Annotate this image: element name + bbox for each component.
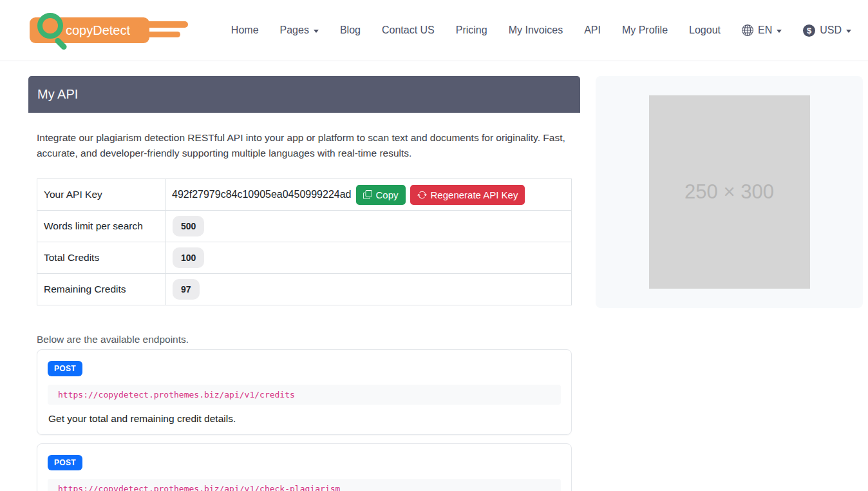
endpoint-card-credits: POST https://copydetect.prothemes.biz/ap… bbox=[37, 349, 572, 435]
total-credits-badge: 100 bbox=[173, 247, 204, 268]
table-row-remaining-credits: Remaining Credits 97 bbox=[37, 274, 572, 305]
regenerate-button-label: Regenerate API Key bbox=[431, 189, 518, 200]
post-method-badge: POST bbox=[48, 361, 82, 376]
content-inner: Integrate our plagiarism detection RESTf… bbox=[28, 130, 580, 491]
chevron-down-icon bbox=[314, 30, 319, 33]
site-header: copyDetect Home Pages Blog Contact US Pr… bbox=[0, 0, 868, 61]
copy-icon bbox=[363, 190, 372, 199]
currency-label: USD bbox=[820, 24, 842, 36]
ad-placeholder: 250 × 300 bbox=[649, 95, 810, 289]
language-label: EN bbox=[758, 24, 772, 36]
globe-icon bbox=[742, 24, 753, 36]
row-label: Remaining Credits bbox=[37, 274, 166, 305]
row-label: Total Credits bbox=[37, 242, 166, 274]
ad-sidebar: 250 × 300 bbox=[596, 76, 863, 308]
chevron-down-icon bbox=[846, 30, 851, 33]
nav-item-my-invoices[interactable]: My Invoices bbox=[509, 24, 563, 36]
logo-speed-line bbox=[147, 32, 180, 37]
nav-item-pages-label: Pages bbox=[280, 24, 309, 36]
api-description: Integrate our plagiarism detection RESTf… bbox=[37, 130, 568, 161]
page-title: My API bbox=[28, 76, 580, 113]
endpoint-url: https://copydetect.prothemes.biz/api/v1/… bbox=[48, 385, 561, 405]
magnifier-icon bbox=[37, 13, 63, 39]
nav-item-contact-us[interactable]: Contact US bbox=[382, 24, 435, 36]
nav-item-my-profile[interactable]: My Profile bbox=[622, 24, 668, 36]
table-row-total-credits: Total Credits 100 bbox=[37, 242, 572, 274]
nav-item-pricing[interactable]: Pricing bbox=[456, 24, 487, 36]
language-dropdown[interactable]: EN bbox=[742, 24, 782, 36]
endpoint-url: https://copydetect.prothemes.biz/api/v1/… bbox=[48, 479, 561, 491]
endpoints-intro: Below are the available endpoints. bbox=[37, 334, 572, 345]
copy-button[interactable]: Copy bbox=[356, 185, 406, 205]
endpoint-description: Get your total and remaining credit deta… bbox=[48, 413, 561, 425]
refresh-icon bbox=[417, 190, 427, 200]
chevron-down-icon bbox=[777, 30, 782, 33]
post-method-badge: POST bbox=[48, 455, 82, 470]
regenerate-api-key-button[interactable]: Regenerate API Key bbox=[410, 185, 525, 205]
words-limit-badge: 500 bbox=[173, 216, 204, 236]
logo-speed-line bbox=[138, 21, 188, 28]
page-body: My API Integrate our plagiarism detectio… bbox=[0, 61, 868, 491]
nav-item-api[interactable]: API bbox=[584, 24, 601, 36]
nav-item-blog[interactable]: Blog bbox=[340, 24, 361, 36]
table-row-words-limit: Words limit per search 500 bbox=[37, 211, 572, 242]
row-label: Your API Key bbox=[37, 179, 166, 211]
remaining-credits-badge: 97 bbox=[173, 279, 200, 300]
dollar-icon: $ bbox=[803, 24, 815, 37]
row-label: Words limit per search bbox=[37, 211, 166, 242]
main-nav: Home Pages Blog Contact US Pricing My In… bbox=[231, 24, 851, 37]
endpoint-card-check-plagiarism: POST https://copydetect.prothemes.biz/ap… bbox=[37, 443, 572, 491]
table-row-api-key: Your API Key 492f27979c84c10905ea0450999… bbox=[37, 179, 572, 211]
api-content: My API Integrate our plagiarism detectio… bbox=[28, 76, 580, 491]
currency-dropdown[interactable]: $ USD bbox=[803, 24, 851, 37]
nav-item-logout[interactable]: Logout bbox=[689, 24, 721, 36]
api-key-value: 492f27979c84c10905ea0450999224ad bbox=[171, 189, 352, 200]
nav-item-home[interactable]: Home bbox=[231, 24, 259, 36]
copy-button-label: Copy bbox=[376, 189, 399, 200]
nav-item-pages[interactable]: Pages bbox=[280, 24, 319, 36]
api-table: Your API Key 492f27979c84c10905ea0450999… bbox=[37, 178, 572, 305]
brand-logo[interactable]: copyDetect bbox=[30, 14, 189, 47]
